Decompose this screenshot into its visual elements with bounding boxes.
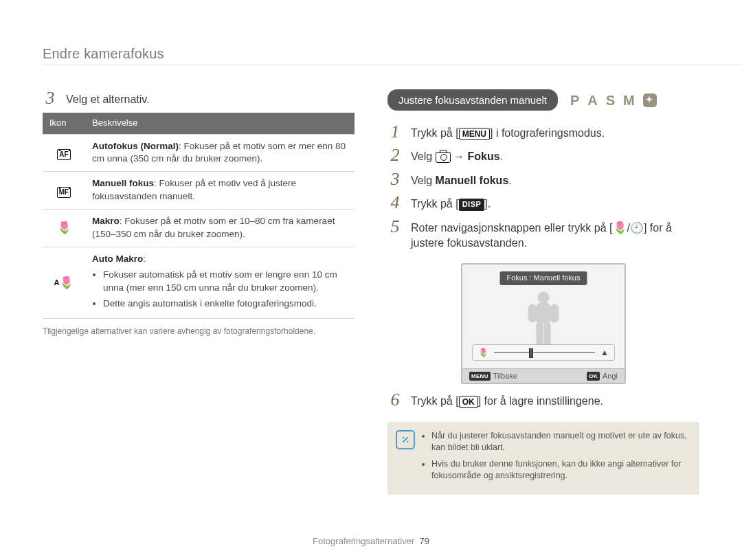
disp-button-glyph: DISP bbox=[459, 199, 485, 210]
page-footer: Fotograferingsalternativer 79 bbox=[0, 535, 742, 548]
right-step-4: 4 Trykk på [DISP]. bbox=[387, 194, 699, 212]
mode-magic-icon: ✦ bbox=[643, 93, 657, 107]
ok-button-glyph: OK bbox=[459, 396, 478, 408]
t: ] for å lagre innstillingene. bbox=[478, 395, 603, 407]
right-step-5: 5 Roter navigasjonsknappen eller trykk p… bbox=[387, 218, 699, 251]
table-row: AF Autofokus (Normal): Fokuser på et mot… bbox=[43, 134, 355, 172]
t: Trykk på [ bbox=[411, 198, 459, 210]
svg-rect-2 bbox=[528, 304, 537, 322]
lcd-subject-figure bbox=[516, 289, 571, 348]
step-number: 2 bbox=[387, 146, 403, 164]
svg-point-0 bbox=[538, 292, 549, 303]
svg-rect-3 bbox=[550, 304, 559, 322]
lcd-focus-slider: 🌷 ▲ bbox=[472, 344, 615, 361]
svg-rect-4 bbox=[537, 322, 543, 346]
t: Trykk på [ bbox=[411, 395, 459, 407]
lcd-back-label: Tilbake bbox=[493, 371, 517, 381]
right-step-2: 2 Velg → Fokus. bbox=[387, 146, 699, 164]
svg-rect-5 bbox=[544, 322, 550, 346]
step-number: 4 bbox=[387, 194, 403, 212]
step-number: 1 bbox=[387, 123, 403, 141]
auto-macro-bullets: Fokuser automatisk på et motiv som er le… bbox=[92, 269, 348, 311]
step-text: Trykk på [MENU] i fotograferingsmodus. bbox=[411, 123, 605, 141]
slider-thumb bbox=[529, 348, 533, 358]
page-title: Endre kamerafokus bbox=[43, 44, 164, 63]
right-step-3: 3 Velg Manuell fokus. bbox=[387, 170, 699, 188]
svg-point-7 bbox=[403, 437, 404, 438]
row-term: Auto Makro bbox=[92, 254, 143, 264]
row-term: Manuell fokus bbox=[92, 178, 154, 188]
section-header: Justere fokusavstanden manuelt P A S M ✦ bbox=[387, 89, 699, 111]
section-pill: Justere fokusavstanden manuelt bbox=[387, 89, 558, 111]
t: ] i fotograferingsmodus. bbox=[490, 127, 605, 139]
macro-icon: 🌷 bbox=[43, 210, 85, 247]
t: Trykk på [ bbox=[411, 127, 459, 139]
left-step-3: 3 Velg et alternativ. bbox=[43, 89, 355, 107]
lcd-set-label: Angi bbox=[603, 371, 618, 381]
step-text: Trykk på [DISP]. bbox=[411, 194, 491, 212]
row-desc: Manuell fokus: Fokuser på et motiv ved å… bbox=[85, 172, 355, 210]
list-item: Fokuser automatisk på et motiv som er le… bbox=[103, 269, 348, 295]
t: . bbox=[500, 150, 503, 162]
t: Roter navigasjonsknappen eller trykk på … bbox=[411, 222, 613, 234]
footer-section: Fotograferingsalternativer bbox=[313, 536, 414, 546]
list-item: Dette angis automatisk i enkelte fotogra… bbox=[103, 298, 348, 311]
row-desc: Auto Makro: Fokuser automatisk på et mot… bbox=[85, 247, 355, 319]
table-row: MF Manuell fokus: Fokuser på et motiv ve… bbox=[43, 172, 355, 210]
lcd-badge: Fokus : Manuell fokus bbox=[500, 271, 587, 284]
step-number: 6 bbox=[387, 391, 403, 409]
svg-rect-1 bbox=[537, 303, 550, 324]
mode-s: S bbox=[606, 91, 616, 110]
af-normal-icon: AF bbox=[43, 134, 85, 172]
left-footnote: Tilgjengelige alternativer kan variere a… bbox=[43, 326, 355, 337]
step-text: Trykk på [OK] for å lagre innstillingene… bbox=[411, 391, 603, 409]
mode-p: P bbox=[570, 91, 581, 110]
t: ]. bbox=[484, 198, 491, 210]
row-term: Makro bbox=[92, 216, 120, 226]
step-number: 3 bbox=[387, 170, 403, 188]
slider-infinity-icon: ▲ bbox=[600, 347, 609, 359]
step-number: 5 bbox=[387, 218, 403, 236]
row-text: : Fokuser på et motiv som er 10–80 cm fr… bbox=[92, 216, 335, 239]
step-text: Velg Manuell fokus. bbox=[411, 170, 512, 188]
mode-a: A bbox=[587, 91, 598, 110]
row-term: Autofokus (Normal) bbox=[92, 141, 179, 151]
right-column: Justere fokusavstanden manuelt P A S M ✦… bbox=[387, 44, 699, 512]
list-item: Når du justerer fokusavstanden manuelt o… bbox=[431, 430, 690, 454]
slider-track bbox=[494, 352, 595, 353]
table-row: A🌷 Auto Makro: Fokuser automatisk på et … bbox=[43, 247, 355, 319]
lcd-bottom-bar: MENUTilbake OKAngi bbox=[462, 368, 625, 383]
th-desc: Beskrivelse bbox=[85, 113, 355, 134]
ok-key: OK bbox=[587, 372, 600, 381]
note-callout: Når du justerer fokusavstanden manuelt o… bbox=[387, 422, 699, 495]
t: . bbox=[508, 175, 511, 186]
t: Velg bbox=[411, 150, 436, 162]
step-number: 3 bbox=[43, 89, 58, 107]
step-text: Velg → Fokus. bbox=[411, 146, 503, 164]
t: Manuell fokus bbox=[436, 175, 509, 186]
timer-button-glyph: 🕘 bbox=[630, 222, 644, 234]
row-desc: Autofokus (Normal): Fokuser på et motiv … bbox=[85, 134, 355, 172]
lcd-back: MENUTilbake bbox=[469, 371, 517, 381]
t: → bbox=[451, 150, 468, 162]
table-row: 🌷 Makro: Fokuser på et motiv som er 10–8… bbox=[43, 210, 355, 247]
auto-macro-icon: A🌷 bbox=[43, 247, 85, 319]
note-list: Når du justerer fokusavstanden manuelt o… bbox=[422, 430, 690, 482]
focus-options-table: Ikon Beskrivelse AF Autofokus (Normal): … bbox=[43, 113, 355, 319]
t: Velg bbox=[411, 175, 436, 186]
mode-m: M bbox=[623, 91, 636, 110]
svg-point-8 bbox=[407, 441, 408, 443]
mode-indicators: P A S M ✦ bbox=[570, 91, 657, 110]
t: Fokus bbox=[467, 150, 499, 162]
page-number: 79 bbox=[419, 536, 429, 546]
step-text: Roter navigasjonsknappen eller trykk på … bbox=[411, 218, 699, 251]
lcd-set: OKAngi bbox=[587, 371, 618, 381]
info-icon bbox=[396, 430, 415, 449]
step-text: Velg et alternativ. bbox=[66, 89, 150, 107]
lcd-preview: Fokus : Manuell fokus 🌷 ▲ bbox=[461, 263, 626, 384]
menu-key: MENU bbox=[469, 372, 491, 381]
row-desc: Makro: Fokuser på et motiv som er 10–80 … bbox=[85, 210, 355, 247]
mf-icon: MF bbox=[43, 172, 85, 210]
menu-button-glyph: MENU bbox=[459, 128, 490, 140]
list-item: Hvis du bruker denne funksjonen, kan du … bbox=[431, 458, 690, 482]
